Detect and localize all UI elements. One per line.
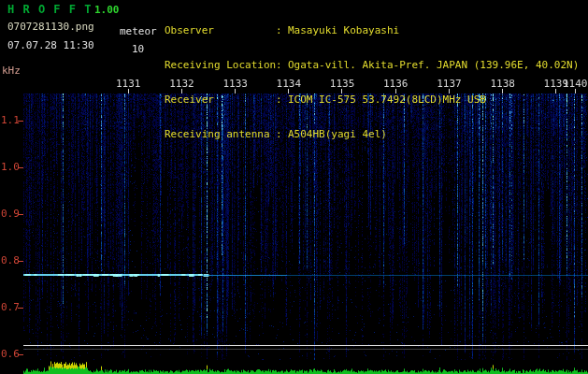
info-value: Masayuki Kobayashi (288, 25, 399, 36)
info-value: Ogata-vill. Akita-Pref. JAPAN (139.96E, … (288, 60, 579, 71)
info-row-observer: Observer : Masayuki Kobayashi (165, 25, 579, 36)
info-row-antenna: Receiving antenna : A504HB(yagi 4el) (165, 129, 579, 140)
y-axis-unit-label: kHz (2, 65, 21, 77)
station-info: Observer : Masayuki Kobayashi Receiving … (165, 2, 579, 165)
datetime-label: 07.07.28 11:30 (7, 39, 94, 51)
info-row-location: Receiving Location : Ogata-vill. Akita-P… (165, 60, 579, 71)
info-label: Receiver (165, 94, 276, 106)
app-version: 1.00 (94, 4, 120, 16)
info-value: ICOM IC-575 53.7492(8LCD)MHz USB (288, 94, 486, 106)
info-row-receiver: Receiver : ICOM IC-575 53.7492(8LCD)MHz … (165, 94, 579, 106)
info-colon: : (276, 60, 288, 71)
info-value: A504HB(yagi 4el) (288, 129, 387, 140)
info-colon: : (276, 25, 288, 36)
output-filename: 0707281130.png (7, 21, 94, 33)
app-title: H R O F F T (7, 3, 92, 16)
hrofft-window: H R O F F T 1.00 0707281130.png meteor 0… (0, 0, 588, 374)
info-label: Receiving Location (165, 60, 276, 71)
count-label: 10 (132, 43, 144, 55)
info-label: Observer (165, 25, 276, 36)
info-label: Receiving antenna (165, 129, 276, 140)
mode-label: meteor (120, 25, 157, 37)
info-colon: : (276, 94, 288, 106)
info-colon: : (276, 129, 288, 140)
